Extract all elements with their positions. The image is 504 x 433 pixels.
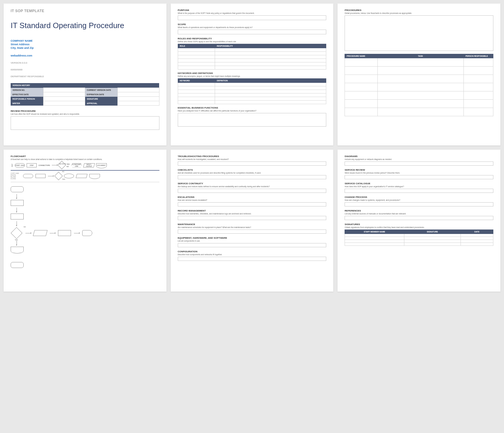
flow-arrow-down — [17, 221, 17, 225]
sig-th-sig: SIGNATURE — [404, 230, 461, 234]
table-row[interactable] — [178, 55, 326, 59]
proc-th-name: PROCEDURE NAME — [345, 54, 377, 58]
purpose-box[interactable] — [178, 15, 327, 20]
change-h: CHANGE PROCESS — [345, 196, 493, 198]
flow-document[interactable] — [11, 247, 24, 253]
table-row[interactable] — [345, 234, 493, 237]
city-state-zip: City, State and Zip — [11, 46, 159, 50]
equipment-box[interactable] — [178, 243, 327, 247]
blank-decision-icon[interactable] — [54, 172, 63, 180]
date-line: 00/00/0000 — [11, 68, 159, 71]
continuity-box[interactable] — [178, 189, 327, 193]
table-row[interactable] — [178, 59, 326, 62]
maintenance-box[interactable] — [178, 230, 327, 234]
vh-approval-val[interactable] — [118, 101, 159, 106]
blank-arrow-icon[interactable] — [48, 176, 53, 176]
config-h: CONFIGURATION — [178, 250, 327, 253]
references-box[interactable] — [345, 216, 493, 220]
flowchart-h: FLOWCHART — [11, 155, 159, 158]
table-row[interactable] — [178, 101, 326, 104]
catalogue-box[interactable] — [345, 189, 493, 193]
review-box[interactable] — [11, 116, 159, 130]
table-row[interactable] — [178, 86, 326, 90]
maintenance-sub: Are maintenance schedules for equipment … — [178, 226, 327, 228]
blank-io-icon[interactable] — [76, 174, 88, 178]
table-row[interactable] — [178, 93, 326, 97]
table-row[interactable] — [345, 240, 493, 243]
department-line: DEPARTMENT RESPONSIBLE — [11, 75, 159, 78]
maintenance-h: MAINTENANCE — [178, 223, 327, 226]
table-row[interactable] — [345, 100, 493, 108]
service-review-sub: Were issues found in the previous review… — [345, 172, 493, 174]
table-row[interactable] — [345, 83, 493, 91]
change-box[interactable] — [345, 202, 493, 206]
catalogue-sub: How does this SOP apply to your organiza… — [345, 185, 493, 188]
table-row[interactable] — [345, 91, 493, 100]
table-row[interactable] — [178, 52, 326, 55]
flow-start[interactable] — [11, 186, 24, 192]
flow-decision-row: NO YES — [11, 227, 92, 239]
vh-current-date: CURRENT VERSION DATE — [85, 88, 117, 92]
key-label: KEY — [11, 164, 13, 167]
blank-ellipse-icon[interactable] — [64, 174, 74, 178]
vh-expiration-val[interactable] — [118, 92, 159, 97]
table-row[interactable] — [345, 243, 493, 246]
table-row[interactable] — [178, 83, 326, 86]
record-box[interactable] — [178, 216, 327, 220]
web-address: webaddress.com — [11, 54, 159, 57]
kw-th-key: KEYWORD — [178, 79, 215, 83]
vh-responsible-val[interactable] — [43, 97, 85, 101]
flowchart-canvas[interactable]: NO YES — [11, 186, 159, 268]
table-row[interactable] — [178, 66, 326, 70]
vh-version-no-val[interactable] — [43, 88, 85, 92]
company-block: COMPANY NAME Street Address City, State … — [11, 39, 159, 50]
scope-box[interactable] — [178, 30, 327, 34]
no-label: NO — [67, 166, 70, 167]
ebf-sub: Have you analyzed how IT difficulties ca… — [178, 110, 327, 112]
service-review-box[interactable] — [345, 175, 493, 179]
vh-current-date-val[interactable] — [118, 88, 159, 92]
blank-process-icon[interactable] — [35, 174, 46, 178]
diagrams-box[interactable] — [345, 161, 493, 166]
change-sub: How are changes made to systems, equipme… — [345, 199, 493, 201]
flow-arrow-right — [50, 233, 55, 233]
flow-display[interactable] — [82, 230, 92, 236]
table-row[interactable] — [178, 62, 326, 66]
yes-label: YES — [67, 163, 70, 165]
flow-io[interactable] — [33, 230, 47, 236]
blank-terminator-icon[interactable] — [23, 174, 33, 178]
page-2: PURPOSE What is the purpose of the SOP? … — [171, 4, 334, 146]
flow-decision[interactable] — [11, 227, 22, 239]
page-4-flowchart: FLOWCHART A flowchart can help to show w… — [4, 150, 167, 292]
table-row[interactable] — [178, 48, 326, 52]
vh-effective-val[interactable] — [43, 92, 85, 97]
proc-th-task: TASK — [377, 54, 463, 58]
table-row[interactable] — [178, 97, 326, 101]
table-row[interactable] — [345, 67, 493, 75]
references-h: REFERENCES — [345, 209, 493, 212]
vh-signature-val[interactable] — [118, 97, 159, 101]
flow-step-2[interactable] — [11, 214, 24, 219]
vh-writer-val[interactable] — [43, 101, 85, 106]
escalations-box[interactable] — [178, 202, 327, 206]
blank-document-icon[interactable] — [89, 174, 100, 178]
table-row[interactable] — [345, 237, 493, 240]
flow-end[interactable] — [11, 262, 24, 268]
checklists-box[interactable] — [178, 175, 327, 179]
trouble-box[interactable] — [178, 161, 327, 166]
flow-step-1[interactable] — [11, 200, 24, 206]
kw-sub: Define any acronyms, jargon, or terms th… — [178, 75, 327, 77]
document-icon: DOCUMENT — [96, 163, 107, 167]
ebf-box[interactable] — [178, 113, 327, 127]
table-row[interactable] — [178, 90, 326, 93]
flowchart-link-icon: FLOWCHART LINK — [71, 163, 82, 167]
table-row[interactable] — [345, 108, 493, 116]
procedures-box[interactable] — [345, 15, 493, 51]
config-box[interactable] — [178, 257, 327, 261]
trouble-h: TROUBLESHOOTING PROCEDURES — [178, 155, 327, 158]
street-address: Street Address — [11, 43, 159, 46]
table-row[interactable] — [345, 75, 493, 83]
flow-step-3[interactable] — [58, 230, 71, 236]
table-row[interactable] — [345, 58, 493, 67]
arrow-icon — [52, 165, 57, 165]
